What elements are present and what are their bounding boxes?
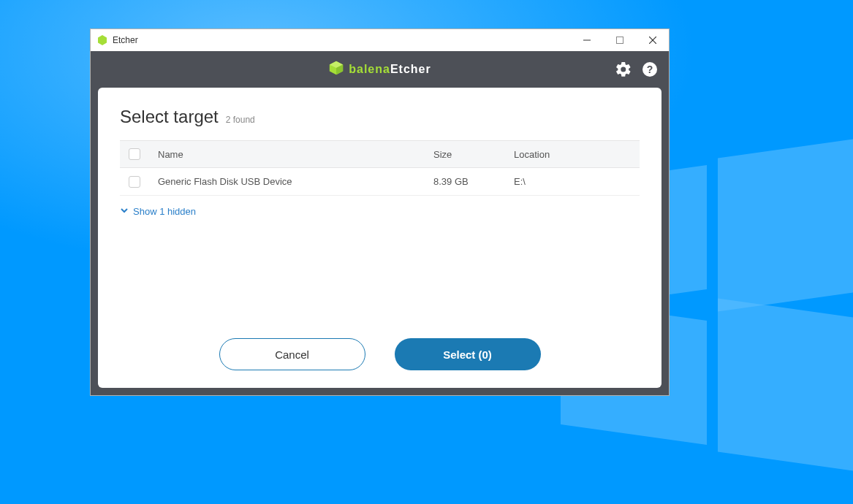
table-header: Name Size Location [120,140,640,168]
brand-text: balenaEtcher [349,63,431,76]
col-header-location: Location [514,149,631,160]
chevron-down-icon [120,206,129,217]
select-label: Select (0) [443,348,492,361]
panel-title: Select target [120,107,219,127]
cancel-label: Cancel [275,348,309,361]
maximize-button[interactable] [603,29,636,51]
row-name: Generic Flash Disk USB Device [158,176,433,187]
show-hidden-label: Show 1 hidden [133,206,196,217]
app-header: balenaEtcher ? [91,51,669,88]
col-header-size: Size [433,149,514,160]
cube-icon [328,60,344,79]
svg-marker-0 [98,35,107,45]
row-checkbox[interactable] [129,176,140,188]
footer-buttons: Cancel Select (0) [120,338,640,375]
help-icon[interactable]: ? [641,61,659,78]
brand: balenaEtcher [328,60,431,79]
app-window: Etcher balenaEtcher [90,28,670,396]
target-table: Name Size Location Generic Flash Disk US… [120,140,640,196]
table-row[interactable]: Generic Flash Disk USB Device 8.39 GB E:… [120,168,640,196]
app-body: Select target 2 found Name Size Location [91,88,669,395]
window-controls [570,29,669,51]
app-icon [96,34,108,46]
svg-rect-2 [616,37,623,44]
cancel-button[interactable]: Cancel [219,338,365,370]
window-title: Etcher [113,35,570,45]
brand-name-2: Etcher [390,63,431,75]
select-all-checkbox[interactable] [129,148,140,160]
minimize-button[interactable] [570,29,603,51]
show-hidden-toggle[interactable]: Show 1 hidden [120,206,640,217]
svg-text:?: ? [647,64,653,75]
row-size: 8.39 GB [433,176,514,187]
select-button[interactable]: Select (0) [395,338,541,370]
brand-name-1: balena [349,63,390,75]
titlebar[interactable]: Etcher [91,29,669,51]
target-panel: Select target 2 found Name Size Location [98,88,661,388]
col-header-name: Name [158,149,433,160]
close-button[interactable] [636,29,669,51]
gear-icon[interactable] [615,61,632,78]
row-location: E:\ [514,176,631,187]
found-count: 2 found [226,115,255,125]
